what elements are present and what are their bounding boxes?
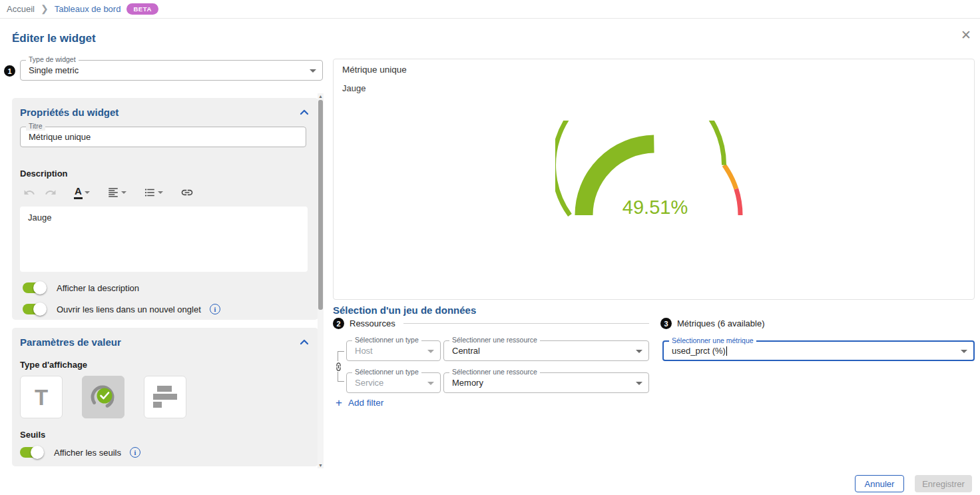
resource-value-1: Central [452, 346, 480, 356]
value-parameters-panel: Paramètres de valeur Type d'affichage T … [12, 328, 318, 466]
show-thresholds-label: Afficher les seuils [54, 448, 121, 458]
collapse-value-parameters-button[interactable] [298, 336, 310, 348]
metrics-header: 3 Métriques (6 available) [660, 318, 765, 329]
show-description-toggle[interactable] [23, 281, 48, 294]
cancel-button[interactable]: Annuler [855, 475, 904, 492]
row-connector-stub [338, 351, 344, 352]
chevron-down-icon [427, 382, 434, 385]
resource-type-label-2: Sélectionner un type [352, 368, 421, 376]
row-connector-stub [338, 381, 344, 382]
left-panel-scrollbar[interactable]: ▲ ▼ [318, 93, 324, 468]
gauge-chart: 49.51% [555, 121, 755, 224]
chevron-down-icon [961, 350, 967, 353]
display-type-bar-button[interactable] [144, 376, 186, 418]
resources-divider [403, 323, 649, 324]
breadcrumb-link-home[interactable]: Accueil [7, 4, 35, 14]
gauge-display-icon [89, 382, 118, 412]
resource-label-2: Sélectionner une ressource [449, 368, 540, 376]
chevron-down-icon [427, 350, 434, 353]
header-divider [0, 18, 980, 19]
chevron-down-icon [636, 350, 642, 353]
page-title: Éditer le widget [12, 32, 96, 45]
link-rows-icon [333, 361, 344, 372]
beta-badge: BETA [126, 3, 158, 15]
plus-icon: + [336, 397, 342, 408]
widget-type-label: Type de widget [26, 56, 79, 64]
widget-type-select[interactable]: Type de widget Single metric [20, 60, 323, 81]
metric-select-value: used_prct (%) [672, 346, 726, 356]
scroll-down-icon[interactable]: ▼ [318, 462, 324, 468]
show-description-label: Afficher la description [57, 283, 139, 293]
breadcrumb: Accueil ❯ Tableaux de bord BETA [7, 3, 158, 15]
breadcrumb-link-dashboards[interactable]: Tableaux de bord [55, 4, 121, 14]
metric-select[interactable]: Sélectionner une métrique used_prct (%) [662, 340, 975, 361]
step-3-badge: 3 [660, 318, 672, 329]
dataset-heading: Sélection d'un jeu de données [333, 304, 476, 316]
resource-type-label-1: Sélectionner un type [352, 336, 421, 344]
resource-type-select-1[interactable]: Sélectionner un type Host [346, 340, 441, 361]
display-type-text-button[interactable]: T [20, 376, 63, 418]
resources-label: Ressources [350, 318, 395, 328]
gauge-value: 49.51% [622, 197, 688, 218]
description-label: Description [20, 169, 310, 179]
save-button: Enregistrer [915, 475, 972, 492]
display-type-options: T [20, 376, 310, 418]
display-type-label: Type d'affichage [20, 360, 310, 370]
bar-display-icon [152, 384, 178, 410]
gauge-chart-wrap: 49.51% [555, 121, 755, 224]
close-icon[interactable]: ✕ [959, 28, 973, 43]
resource-select-2[interactable]: Sélectionner une ressource Memory [443, 372, 649, 393]
widget-preview: Métrique unique Jauge 49.51% [333, 59, 975, 300]
align-icon[interactable] [104, 185, 130, 200]
resource-select-1[interactable]: Sélectionner une ressource Central [443, 340, 649, 361]
open-links-new-tab-label: Ouvrir les liens dans un nouvel onglet [57, 304, 201, 314]
resource-type-value-2: Service [355, 378, 383, 388]
thresholds-label: Seuils [20, 430, 310, 440]
chevron-down-icon [636, 382, 642, 385]
redo-icon[interactable] [41, 185, 60, 200]
description-toolbar: A [20, 185, 310, 201]
step-2-badge: 2 [333, 318, 344, 329]
description-editor[interactable]: Jauge [20, 207, 308, 272]
info-icon[interactable]: i [130, 447, 140, 458]
metric-select-label: Sélectionner une métrique [669, 337, 756, 345]
add-filter-label: Add filter [348, 398, 383, 408]
metrics-label: Métriques (6 available) [677, 318, 765, 328]
step-1-badge: 1 [4, 65, 15, 77]
text-cursor [726, 346, 727, 356]
scroll-up-icon[interactable]: ▲ [318, 93, 324, 99]
resource-label-1: Sélectionner une ressource [449, 336, 540, 344]
resource-type-select-2[interactable]: Sélectionner un type Service [346, 372, 441, 393]
undo-icon[interactable] [20, 185, 39, 200]
resource-type-value-1: Host [355, 346, 373, 356]
info-icon[interactable]: i [210, 304, 220, 314]
chevron-down-icon [310, 69, 316, 73]
value-parameters-heading: Paramètres de valeur [20, 336, 121, 348]
resource-value-2: Memory [452, 378, 483, 388]
scrollbar-thumb[interactable] [318, 100, 323, 310]
show-thresholds-toggle[interactable] [20, 446, 45, 459]
open-links-new-tab-toggle[interactable] [23, 302, 48, 316]
preview-description: Jauge [342, 83, 965, 93]
add-filter-button[interactable]: + Add filter [336, 397, 383, 408]
list-icon[interactable] [140, 185, 166, 200]
preview-title: Métrique unique [342, 65, 965, 75]
display-type-gauge-button[interactable] [82, 376, 124, 418]
widget-type-value: Single metric [29, 65, 79, 75]
font-color-icon[interactable]: A [71, 185, 93, 201]
chevron-right-icon: ❯ [41, 4, 49, 13]
text-display-icon: T [35, 386, 48, 408]
resources-header: 2 Ressources [333, 318, 649, 329]
chevron-up-icon [300, 339, 309, 345]
link-icon[interactable] [177, 185, 197, 201]
